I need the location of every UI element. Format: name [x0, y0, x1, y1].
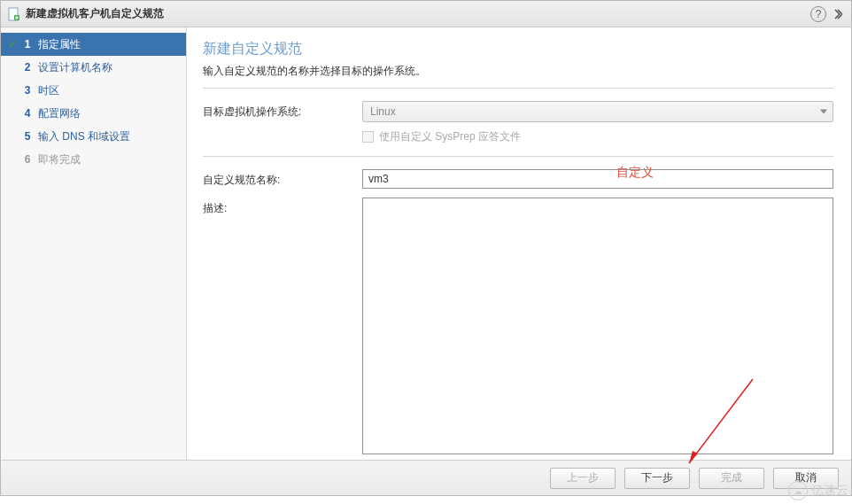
step-num: 4 [20, 107, 35, 120]
help-icon[interactable]: ? [810, 6, 826, 22]
wizard-step-5[interactable]: ✓ 5 输入 DNS 和域设置 [1, 125, 186, 148]
sysprep-checkbox [362, 131, 374, 143]
check-icon: ✓ [8, 38, 20, 50]
row-os: 目标虚拟机操作系统: Linux 使用自定义 SysPrep 应答文件 [203, 101, 833, 147]
step-num: 1 [20, 38, 35, 50]
step-label: 指定属性 [38, 37, 81, 52]
label-os: 目标虚拟机操作系统: [203, 101, 362, 120]
wizard-step-2[interactable]: ✓ 2 设置计算机名称 [1, 56, 186, 79]
divider [203, 156, 833, 157]
step-num: 3 [20, 84, 35, 97]
step-label: 配置网络 [38, 106, 81, 121]
sysprep-label: 使用自定义 SysPrep 应答文件 [379, 129, 521, 144]
main-panel: 新建自定义规范 输入自定义规范的名称并选择目标的操作系统。 目标虚拟机操作系统:… [187, 27, 851, 460]
step-num: 6 [20, 153, 35, 166]
cancel-button[interactable]: 取消 [773, 468, 839, 489]
titlebar: 新建虚拟机客户机自定义规范 ? [1, 1, 851, 27]
wizard-step-6: ✓ 6 即将完成 [1, 148, 186, 171]
sysprep-row: 使用自定义 SysPrep 应答文件 [362, 126, 833, 147]
label-spec-name: 自定义规范名称: [203, 169, 362, 188]
page-subtitle: 输入自定义规范的名称并选择目标的操作系统。 [203, 64, 833, 79]
footer: 上一步 下一步 完成 取消 [1, 460, 851, 495]
row-spec-name: 自定义规范名称: [203, 169, 833, 189]
back-button: 上一步 [550, 468, 616, 489]
dialog-title: 新建虚拟机客户机自定义规范 [26, 6, 810, 21]
label-description: 描述: [203, 198, 362, 216]
step-num: 5 [20, 130, 35, 143]
wizard-dialog: 新建虚拟机客户机自定义规范 ? ✓ 1 指定属性 ✓ 2 设置计算机名称 ✓ 3… [0, 0, 852, 496]
wizard-step-1[interactable]: ✓ 1 指定属性 [1, 33, 186, 56]
divider [203, 88, 833, 89]
spec-name-input[interactable] [362, 169, 833, 189]
step-label: 设置计算机名称 [38, 60, 112, 75]
page-title: 新建自定义规范 [203, 40, 833, 58]
wizard-sidebar: ✓ 1 指定属性 ✓ 2 设置计算机名称 ✓ 3 时区 ✓ 4 配置网络 ✓ 5 [1, 27, 187, 460]
step-label: 输入 DNS 和域设置 [38, 129, 130, 144]
finish-button: 完成 [699, 468, 764, 489]
chevron-down-icon [820, 110, 827, 114]
step-label: 即将完成 [38, 152, 81, 167]
wizard-step-3[interactable]: ✓ 3 时区 [1, 79, 186, 102]
os-select[interactable]: Linux [362, 101, 833, 122]
dialog-body: ✓ 1 指定属性 ✓ 2 设置计算机名称 ✓ 3 时区 ✓ 4 配置网络 ✓ 5 [1, 27, 851, 460]
step-num: 2 [20, 61, 35, 74]
description-textarea[interactable] [362, 198, 833, 454]
wizard-step-4[interactable]: ✓ 4 配置网络 [1, 102, 186, 125]
step-label: 时区 [38, 83, 59, 98]
document-plus-icon [8, 7, 20, 21]
next-button[interactable]: 下一步 [624, 468, 690, 489]
os-select-value: Linux [370, 105, 396, 118]
row-description: 描述: [203, 198, 833, 457]
expand-icon[interactable] [832, 9, 844, 19]
